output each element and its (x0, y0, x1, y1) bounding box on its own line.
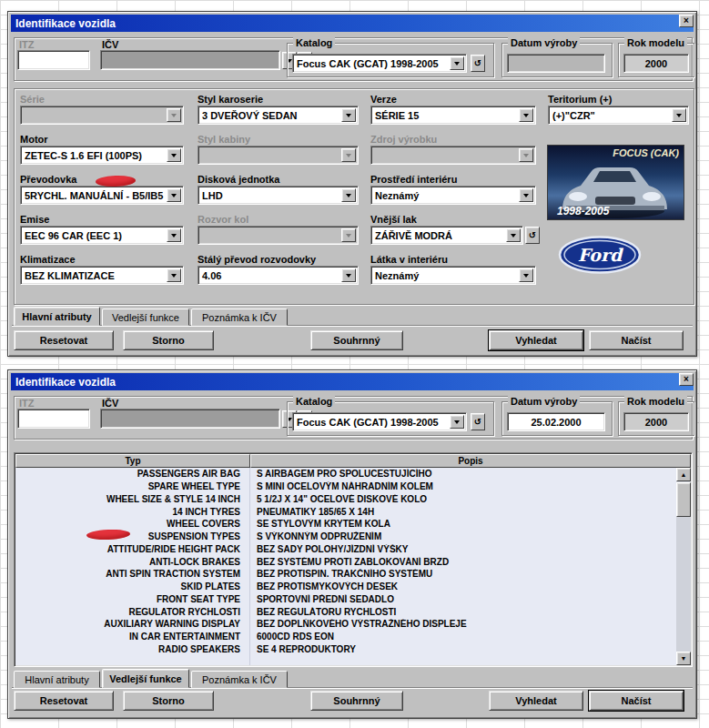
table-row[interactable]: WHEEL COVERS SE STYLOVÝM KRYTEM KOLA (15, 518, 676, 531)
table-row[interactable]: SPARE WHEEL TYPE S MINI OCELOVÝM NÁHRADN… (15, 480, 676, 493)
tab-poznamka-k-icv[interactable]: Poznámka k IČV (191, 308, 288, 326)
vehicle-image-years: 1998-2005 (557, 205, 609, 217)
icv-field[interactable] (100, 50, 280, 70)
table-scrollbar[interactable]: ▲ ▼ (676, 468, 691, 665)
arrow-down-icon (346, 234, 351, 238)
klimatizace-combobox[interactable]: BEZ KLIMATIZACE (20, 266, 184, 285)
serie-combobox (20, 106, 184, 125)
dropdown-arrow-button[interactable] (167, 188, 181, 202)
title-bar[interactable]: Identifikace vozidla (11, 15, 694, 32)
tab-vedlejsi-funkce[interactable]: Vedlejší funkce (102, 669, 189, 688)
table-row[interactable]: FRONT SEAT TYPE SPORTOVNÍ PŘEDNÍ SEDADLO (15, 593, 676, 606)
dropdown-arrow-button (341, 148, 356, 162)
dropdown-arrow-button[interactable] (341, 268, 356, 282)
styl-karoserie-combobox[interactable]: 3 DVEŘOVÝ SEDAN (198, 106, 359, 125)
vyhledat-button[interactable]: Vyhledat (489, 330, 583, 350)
verze-combobox[interactable]: SÉRIE 15 (370, 106, 536, 125)
scroll-up-button[interactable]: ▲ (676, 468, 691, 481)
table-row[interactable]: PASSENGERS AIR BAG S AIRBAGEM PRO SPOLUC… (15, 468, 676, 480)
resetovat-button[interactable]: Resetovat (14, 691, 114, 711)
emise-combobox[interactable]: EEC 96 CAR (EEC 1) (20, 226, 184, 245)
arrow-down-icon (523, 114, 529, 117)
verze-label: Verze (370, 94, 397, 105)
vnejsi-lak-undo-button[interactable]: ↺ (525, 227, 540, 244)
table-row[interactable]: RADIO SPEAKERS SE 4 REPRODUKTORY (15, 643, 676, 656)
staly-prevod-combobox[interactable]: 4.06 (198, 266, 359, 285)
katalog-undo-button[interactable]: ↺ (471, 413, 485, 430)
scroll-down-button[interactable]: ▼ (676, 652, 691, 665)
table-row[interactable]: SKID PLATES BEZ PROTISMYKOVÝCH DESEK (15, 581, 676, 593)
motor-combobox[interactable]: ZETEC-S 1.6 EFI (100PS) (20, 146, 184, 165)
close-button[interactable]: × (679, 15, 694, 27)
vehicle-identification-dialog-top: Identifikace vozidla × ITZ IČV ↺ Katalog… (7, 11, 697, 357)
nacist-button[interactable]: Načíst (589, 691, 684, 711)
itz-input[interactable] (17, 409, 90, 429)
scrollbar-thumb[interactable] (676, 482, 691, 517)
dropdown-arrow-button[interactable] (167, 148, 181, 162)
dropdown-arrow-button[interactable] (506, 228, 521, 242)
table-cell-typ: ANTI-LOCK BRAKES (15, 557, 249, 567)
nacist-button[interactable]: Načíst (589, 330, 684, 350)
column-header-typ[interactable]: Typ (15, 454, 250, 468)
table-row[interactable]: IN CAR ENTERTAINMENT 6000CD RDS EON (15, 631, 676, 643)
table-cell-typ: 14 INCH TYRES (15, 507, 249, 517)
curved-arrow-icon: ↺ (474, 418, 481, 427)
column-header-popis[interactable]: Popis (250, 454, 691, 468)
dropdown-arrow-button[interactable] (341, 188, 356, 202)
table-row[interactable]: ANTI-LOCK BRAKES BEZ SYSTÉMU PROTI ZABLO… (15, 555, 676, 568)
souhrnny-button[interactable]: Souhrnný (310, 691, 403, 711)
dropdown-arrow-button[interactable] (167, 268, 181, 282)
table-cell-popis: SE 4 REPRODUKTORY (249, 644, 676, 654)
close-button[interactable]: × (679, 373, 694, 386)
souhrnny-button[interactable]: Souhrnný (310, 330, 403, 350)
table-row[interactable]: ANTI SPIN TRACTION SYSTEM BEZ PROTISPIN.… (15, 568, 676, 581)
table-row[interactable]: ATTITUDE/RIDE HEIGHT PACK BEZ SADY POLOH… (15, 543, 676, 556)
dropdown-arrow-button[interactable] (519, 188, 533, 202)
tab-hlavni-atributy[interactable]: Hlavní atributy (14, 307, 100, 326)
katalog-undo-button[interactable]: ↺ (471, 55, 485, 72)
arrow-down-icon (171, 154, 177, 157)
tab-vedlejsi-funkce[interactable]: Vedlejší funkce (102, 308, 189, 326)
dropdown-arrow-button[interactable] (519, 108, 533, 122)
resetovat-button[interactable]: Resetovat (14, 330, 114, 350)
dropdown-arrow-button[interactable] (519, 268, 533, 282)
diskova-jednotka-combobox[interactable]: LHD (198, 186, 359, 205)
title-bar[interactable]: Identifikace vozidla (11, 373, 694, 390)
katalog-combobox[interactable]: Focus CAK (GCAT) 1998-2005 (292, 54, 467, 73)
curved-arrow-icon: ↺ (529, 231, 536, 240)
storno-button[interactable]: Storno (123, 330, 214, 350)
table-cell-popis: BEZ PROTISMYKOVÝCH DESEK (249, 581, 676, 592)
storno-button[interactable]: Storno (123, 691, 214, 711)
rok-modelu-field: 2000 (623, 412, 689, 431)
table-row[interactable]: REGULATOR RYCHLOSTI BEZ REGULÁTORU RYCHL… (15, 605, 676, 618)
motor-label: Motor (20, 134, 48, 145)
dropdown-arrow-button[interactable] (341, 108, 356, 122)
table-cell-typ: SKID PLATES (15, 581, 249, 592)
emise-label: Emise (20, 214, 49, 225)
table-row[interactable]: 14 INCH TYRES PNEUMATIKY 185/65 X 14H (15, 505, 676, 518)
teritorium-combobox[interactable]: (+)"CZR" (548, 106, 689, 125)
close-icon: × (684, 375, 689, 384)
dropdown-arrow-button[interactable] (450, 415, 464, 429)
table-row[interactable]: WHEEL SIZE & STYLE 14 INCH 5 1/2J X 14" … (15, 493, 676, 506)
prostredi-interieru-combobox[interactable]: Neznámý (370, 186, 536, 205)
vehicle-image-title: FOCUS (CAK) (613, 147, 679, 158)
tab-poznamka-k-icv[interactable]: Poznámka k IČV (191, 671, 288, 688)
rok-modelu-field: 2000 (623, 54, 689, 73)
arrow-down-icon (676, 114, 682, 117)
prevodovka-combobox[interactable]: 5RYCHL. MANUÁLNÍ - B5/IB5 (20, 186, 184, 205)
latka-v-interieru-combobox[interactable]: Neznámý (370, 266, 536, 285)
dropdown-arrow-button[interactable] (167, 228, 181, 242)
table-row[interactable]: AUXILIARY WARNING DISPLAY BEZ DOPLŇKOVÉH… (15, 618, 676, 631)
arrow-down-icon (346, 154, 351, 157)
dropdown-arrow-button[interactable] (672, 108, 686, 122)
vyhledat-button[interactable]: Vyhledat (489, 691, 583, 711)
arrow-down-icon (523, 274, 529, 278)
dropdown-arrow-button[interactable] (450, 56, 464, 70)
vnejsi-lak-combobox[interactable]: ZÁŘIVĚ MODRÁ (370, 226, 523, 245)
itz-input[interactable] (17, 50, 90, 70)
katalog-combobox[interactable]: Focus CAK (GCAT) 1998-2005 (292, 412, 467, 431)
tab-hlavni-atributy[interactable]: Hlavní atributy (14, 671, 100, 688)
icv-field[interactable] (100, 409, 280, 429)
staly-prevod-label: Stálý převod rozvodovky (198, 254, 316, 265)
